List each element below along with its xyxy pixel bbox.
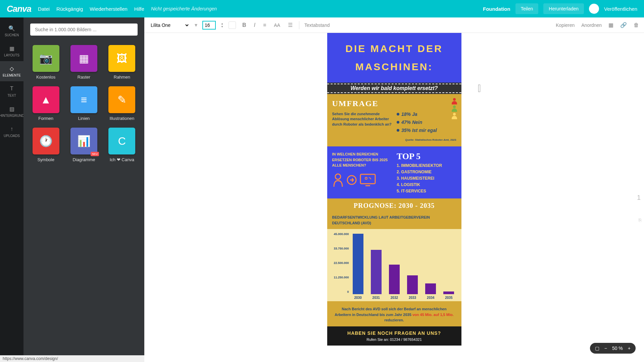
foundation-label[interactable]: Foundation xyxy=(483,6,510,12)
italic-button[interactable]: I xyxy=(252,21,256,30)
search-input[interactable] xyxy=(30,24,138,36)
download-button[interactable]: Herunterladen xyxy=(543,3,584,14)
design-umfrage[interactable]: UMFRAGE Sehen Sie die zunehmende Ablösun… xyxy=(327,94,461,146)
nav-suchen[interactable]: 🔍SUCHEN xyxy=(0,21,23,41)
font-size-input[interactable] xyxy=(202,21,216,30)
svg-point-3 xyxy=(365,177,367,179)
size-stepper[interactable]: ▲▼ xyxy=(221,22,224,28)
tile-kostenlos[interactable]: 📷Kostenlos xyxy=(30,45,61,80)
tile-formen[interactable]: ▲Formen xyxy=(30,86,61,121)
bar-2032: 2032 xyxy=(388,265,401,300)
copy-page-icon[interactable]: ⎘ xyxy=(639,217,641,223)
design-canvas[interactable]: DIE MACHT DER MASCHINEN: Werden wir bald… xyxy=(327,33,461,346)
copy-button[interactable]: Kopieren xyxy=(556,22,575,28)
design-header[interactable]: DIE MACHT DER MASCHINEN: xyxy=(327,33,461,83)
design-footer[interactable]: HABEN SIE NOCH FRAGEN AN UNS? Rufen Sie … xyxy=(327,326,461,346)
share-button[interactable]: Teilen xyxy=(515,3,539,14)
tile-linien[interactable]: ≡Linien xyxy=(68,86,99,121)
text-icon: T xyxy=(8,85,15,92)
design-top5[interactable]: IN WELCHEN BEREICHEN ERSETZEN ROBOTER BI… xyxy=(327,146,461,198)
nav-layouts[interactable]: ▦LAYOUTS xyxy=(0,41,23,61)
list-button[interactable]: ☰ xyxy=(287,20,294,30)
zoom-out-icon[interactable]: − xyxy=(604,346,607,351)
menu-file[interactable]: Datei xyxy=(38,6,50,12)
monitor-icon xyxy=(359,173,376,187)
suchen-icon: 🔍 xyxy=(8,25,15,32)
menu-redo[interactable]: Wiederherstellen xyxy=(90,6,128,12)
bar-2031: 2031 xyxy=(369,250,383,300)
menu-undo[interactable]: Rückgängig xyxy=(56,6,83,12)
align-button[interactable]: ≡ xyxy=(262,21,267,30)
nav-text[interactable]: TTEXT xyxy=(0,81,23,101)
arrange-button[interactable]: Anordnen xyxy=(581,22,602,28)
bar-2030: 2030 xyxy=(351,234,365,300)
arrow-icon xyxy=(347,175,357,185)
tile-symbole[interactable]: 🕐Symbole xyxy=(30,128,61,162)
canva-logo[interactable]: Canva xyxy=(7,4,31,14)
nav-uploads[interactable]: ↑UPLOADS xyxy=(0,122,23,142)
text-color-swatch[interactable] xyxy=(229,21,236,29)
font-select[interactable]: Lilita One xyxy=(149,22,190,28)
bar-2033: 2033 xyxy=(406,275,419,300)
bar-2035: 2035 xyxy=(442,291,455,300)
link-icon[interactable]: 🔗 xyxy=(620,22,627,28)
svg-point-0 xyxy=(335,174,341,179)
design-prognose[interactable]: PROGNOSE: 2030 - 2035 BEDARFSENTWICKLUNG… xyxy=(327,198,461,326)
bold-button[interactable]: B xyxy=(241,21,248,30)
hintergrund-icon: ▨ xyxy=(8,105,15,112)
tile-rahmen[interactable]: 🖼Rahmen xyxy=(106,45,138,80)
tile-diagramme[interactable]: 📊NEUDiagramme xyxy=(68,128,99,162)
zoom-level: 50 % xyxy=(612,346,623,351)
nav-elemente[interactable]: ◇ELEMENTE xyxy=(0,61,23,81)
svg-rect-2 xyxy=(360,174,375,184)
present-icon[interactable]: ▢ xyxy=(595,346,599,351)
transparency-icon[interactable]: ▦ xyxy=(608,22,613,28)
delete-icon[interactable]: 🗑 xyxy=(634,22,639,28)
bar-2034: 2034 xyxy=(424,283,437,300)
menu-help[interactable]: Hilfe xyxy=(134,6,144,12)
layouts-icon: ▦ xyxy=(8,45,15,52)
tile-raster[interactable]: ▦Raster xyxy=(68,45,99,80)
uploads-icon: ↑ xyxy=(8,126,15,132)
zoom-controls[interactable]: ▢ − 50 % + xyxy=(590,343,636,354)
zoom-in-icon[interactable]: + xyxy=(628,346,631,351)
user-avatar[interactable] xyxy=(589,4,599,14)
spacing-button[interactable]: Textabstand xyxy=(304,22,330,28)
uppercase-button[interactable]: AA xyxy=(273,21,282,29)
tile-illustrationen[interactable]: ✎Illustrationen xyxy=(106,86,138,121)
status-bar-url: https://www.canva.com/design/ xyxy=(0,355,144,362)
person-icon xyxy=(332,173,344,187)
nav-hintergrund[interactable]: ▨HINTERGRUND xyxy=(0,101,23,122)
save-status: Nicht gespeicherte Änderungen xyxy=(151,6,217,11)
elemente-icon: ◇ xyxy=(8,65,15,72)
publish-button[interactable]: Veröffentlichen xyxy=(604,6,637,12)
tile-ichcanva[interactable]: CIch ❤ Canva xyxy=(106,128,138,162)
page-number: 1 xyxy=(637,194,641,201)
design-subheader-selected[interactable]: Werden wir bald komplett ersetzt? xyxy=(327,83,461,94)
resize-handle-right[interactable] xyxy=(478,85,480,92)
